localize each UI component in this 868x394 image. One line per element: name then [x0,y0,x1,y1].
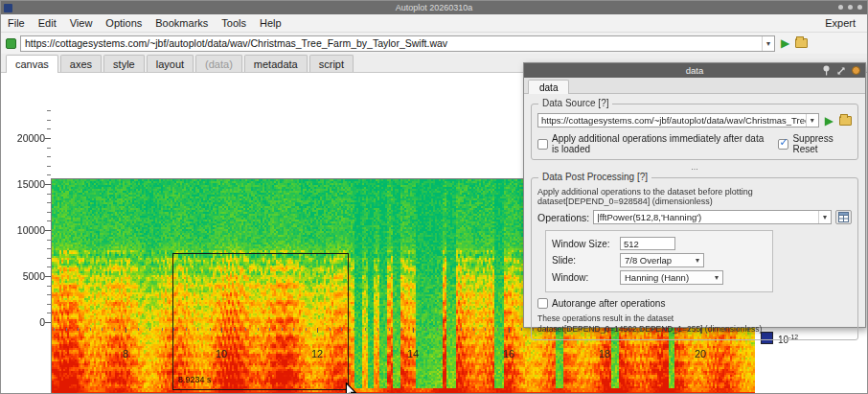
menu-tools[interactable]: Tools [215,15,253,31]
close-icon[interactable] [857,5,862,10]
minimize-icon[interactable] [838,5,843,10]
data-source-header[interactable]: Data Source [?] [538,98,612,108]
data-source-uri-text[interactable]: https://cottagesystems.com/~jbf/autoplot… [541,115,806,126]
operations-label: Operations: [537,212,589,223]
menu-bookmarks[interactable]: Bookmarks [148,15,215,31]
tab-canvas[interactable]: canvas [6,55,58,73]
result-dataset-text: These operations result in the dataset d… [537,313,852,335]
data-dialog-titlebar[interactable]: data [524,63,865,78]
autorange-label: Autorange after operations [552,298,665,309]
dialog-status-icon[interactable] [852,66,860,75]
data-dialog-body: Data Source [?] https://cottagesystems.c… [524,94,865,343]
data-source-url-row: https://cottagesystems.com/~jbf/autoplot… [537,113,852,127]
tab-data[interactable]: (data) [195,55,242,72]
table-icon [838,212,849,222]
fftpower-editor-panel: Window Size: 512 Slide: 7/8 Overlap ▾ Wi… [545,230,773,292]
window-row: Window: Hanning (Hann) ▾ [552,270,766,285]
autorange-row: Autorange after operations [537,298,852,309]
selection-width-label: 8.9234 s [178,375,212,384]
post-processing-group: Data Post Processing [?] Apply additiona… [531,177,858,340]
pin-icon[interactable] [822,65,831,76]
window-size-row: Window Size: 512 [552,237,766,250]
menu-bar: FileEditViewOptionsBookmarksToolsHelp Ex… [1,14,867,33]
post-processing-description: Apply additional operations to the datas… [537,187,852,197]
post-processing-header[interactable]: Data Post Processing [?] [538,172,651,182]
window-label: Window: [552,272,615,283]
data-source-dropdown-arrow-icon[interactable]: ▾ [806,114,818,127]
data-dialog-controls [822,65,860,76]
tab-script[interactable]: script [309,55,354,72]
operations-row: Operations: |fftPower(512,8,'Hanning') ▾ [537,210,852,224]
window-select[interactable]: Hanning (Hann) ▾ [620,270,723,285]
maximize-icon[interactable] [848,5,853,10]
selection-box[interactable]: 8.9234 s [172,253,349,390]
window-size-label: Window Size: [552,239,615,249]
dialog-inspect-file-icon[interactable] [839,116,852,126]
menu-options[interactable]: Options [99,15,148,31]
expert-label[interactable]: Expert [825,17,867,29]
window-dropdown-arrow-icon: ▾ [711,271,722,284]
autoplot-window: Autoplot 20260310a FileEditViewOptionsBo… [0,0,868,394]
slide-select[interactable]: 7/8 Overlap ▾ [620,253,704,267]
menu-file[interactable]: File [1,15,32,31]
collapse-handle[interactable]: ... [531,163,858,171]
tab-axes[interactable]: axes [60,55,102,72]
window-title: Autoplot 20260310a [1,3,867,12]
menu-view[interactable]: View [63,15,100,31]
slide-value: 7/8 Overlap [625,255,685,266]
data-source-uri-input[interactable]: https://cottagesystems.com/~jbf/autoplot… [537,113,819,127]
operations-text[interactable]: |fftPower(512,8,'Hanning') [597,212,818,222]
menu-edit[interactable]: Edit [32,15,63,31]
dialog-go-button[interactable]: ▶ [823,115,835,127]
data-source-options-row: Apply additional operations immediately … [537,133,852,154]
data-dialog-tab[interactable]: data [528,80,569,94]
suppress-reset-label: Suppress Reset [792,133,852,154]
operations-input[interactable]: |fftPower(512,8,'Hanning') ▾ [593,210,832,224]
autorange-checkbox[interactable] [537,298,548,309]
address-bar: https://cottagesystems.com/~jbf/autoplot… [1,33,867,54]
menu-items: FileEditViewOptionsBookmarksToolsHelp [1,15,288,31]
expand-icon[interactable] [836,66,846,76]
operations-editor-button[interactable] [835,210,852,224]
tab-style[interactable]: style [103,55,145,72]
menu-help[interactable]: Help [253,15,288,31]
tab-metadata[interactable]: metadata [244,55,308,72]
slide-dropdown-arrow-icon: ▾ [692,254,703,267]
result-line1: These operations result in the dataset [537,313,852,324]
mouse-cursor [345,382,358,394]
window-controls [838,5,862,10]
result-line2: dataset[DEPEND_0=14502,DEPEND_1=255] (di… [537,324,852,335]
datasource-icon[interactable] [6,38,16,49]
window-value: Hanning (Hann) [625,272,704,283]
apply-operations-label: Apply additional operations immediately … [552,133,770,154]
uri-dropdown-arrow-icon[interactable]: ▾ [762,36,774,51]
check-icon: ✓ [779,136,788,149]
tab-layout[interactable]: layout [147,55,194,72]
input-dataset-label: dataset[DEPEND_0=928584] (dimensionless) [537,197,852,206]
slide-row: Slide: 7/8 Overlap ▾ [552,253,766,267]
window-size-input[interactable]: 512 [620,237,675,250]
slide-label: Slide: [552,255,615,266]
uri-text[interactable]: https://cottagesystems.com/~jbf/autoplot… [25,37,762,49]
inspect-file-icon[interactable] [795,38,808,48]
data-dialog-tabstrip: data [524,78,865,94]
operations-dropdown-arrow-icon[interactable]: ▾ [818,211,831,223]
data-dialog-title: data [686,65,704,76]
apply-operations-checkbox[interactable] [537,139,548,150]
data-source-group: Data Source [?] https://cottagesystems.c… [531,104,858,160]
uri-input[interactable]: https://cottagesystems.com/~jbf/autoplot… [20,35,775,52]
go-button[interactable]: ▶ [779,37,791,49]
window-titlebar[interactable]: Autoplot 20260310a [1,1,867,14]
suppress-reset-checkbox[interactable]: ✓ [778,139,788,150]
data-dialog: data data Data Source [?] [523,62,866,328]
